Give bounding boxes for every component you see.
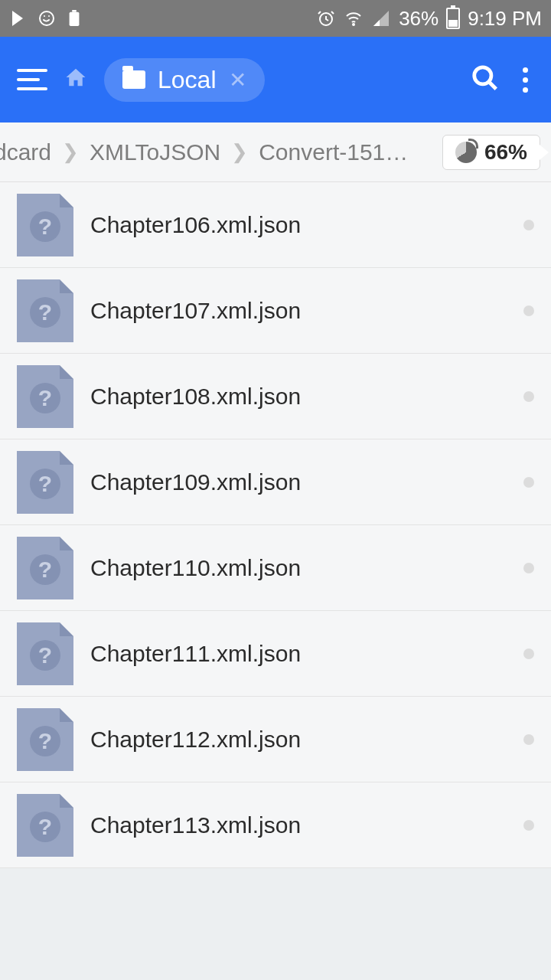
whatsapp-icon (37, 8, 57, 28)
file-name: Chapter108.xml.json (90, 384, 507, 410)
file-icon (17, 537, 73, 599)
menu-button[interactable] (17, 69, 47, 90)
folder-icon (122, 70, 145, 89)
file-icon (17, 622, 73, 685)
file-status-dot (523, 648, 534, 659)
status-left (9, 8, 84, 28)
file-name: Chapter110.xml.json (90, 555, 507, 581)
tab-close-button[interactable]: ✕ (229, 67, 246, 93)
file-status-dot (523, 477, 534, 488)
file-status-dot (523, 563, 534, 573)
svg-rect-1 (70, 12, 80, 26)
chevron-right-icon: ❯ (62, 140, 79, 164)
alarm-icon (316, 8, 336, 28)
file-name: Chapter107.xml.json (90, 298, 507, 324)
svg-rect-2 (72, 10, 77, 12)
file-row[interactable]: Chapter110.xml.json (0, 525, 551, 611)
file-row[interactable]: Chapter111.xml.json (0, 611, 551, 697)
svg-point-5 (474, 67, 491, 84)
breadcrumb-item[interactable]: dcard (0, 139, 51, 165)
file-list: Chapter106.xml.json Chapter107.xml.json … (0, 182, 551, 868)
chevron-right-icon: ❯ (231, 140, 248, 164)
file-icon (17, 365, 73, 428)
file-row[interactable]: Chapter106.xml.json (0, 182, 551, 268)
signal-icon (371, 8, 391, 28)
file-status-dot (523, 820, 534, 831)
clock-text: 9:19 PM (468, 7, 542, 31)
play-store-icon (9, 8, 29, 28)
file-status-dot (523, 220, 534, 230)
breadcrumb-item-current[interactable]: Convert-151… (259, 139, 408, 165)
file-name: Chapter111.xml.json (90, 641, 507, 667)
battery-recycle-icon (64, 8, 84, 28)
file-icon (17, 194, 73, 256)
overflow-menu-button[interactable] (517, 67, 534, 93)
svg-line-6 (489, 82, 497, 90)
wifi-icon (344, 8, 364, 28)
file-row[interactable]: Chapter107.xml.json (0, 268, 551, 354)
file-status-dot (523, 305, 534, 316)
file-status-dot (523, 391, 534, 402)
file-row[interactable]: Chapter108.xml.json (0, 354, 551, 439)
breadcrumb-bar: dcard ❯ XMLToJSON ❯ Convert-151… 66% (0, 122, 551, 182)
file-name: Chapter106.xml.json (90, 212, 507, 238)
battery-percent-text: 36% (399, 7, 439, 31)
file-name: Chapter109.xml.json (90, 469, 507, 495)
storage-badge[interactable]: 66% (442, 135, 540, 170)
file-icon (17, 708, 73, 771)
file-row[interactable]: Chapter113.xml.json (0, 782, 551, 868)
file-icon (17, 794, 73, 857)
tab-label: Local (158, 66, 217, 94)
tab-local[interactable]: Local ✕ (104, 58, 265, 102)
breadcrumb-item[interactable]: XMLToJSON (90, 139, 220, 165)
file-icon (17, 451, 73, 514)
file-status-dot (523, 734, 534, 745)
file-row[interactable]: Chapter112.xml.json (0, 697, 551, 782)
status-bar: 36% 9:19 PM (0, 0, 551, 37)
svg-point-4 (353, 24, 354, 25)
home-button[interactable] (64, 66, 87, 94)
file-row[interactable]: Chapter109.xml.json (0, 439, 551, 525)
status-right: 36% 9:19 PM (316, 7, 542, 31)
svg-point-0 (40, 11, 54, 25)
search-button[interactable] (471, 64, 500, 96)
file-name: Chapter112.xml.json (90, 727, 507, 753)
battery-icon (446, 8, 460, 29)
storage-percent-text: 66% (484, 140, 527, 165)
file-name: Chapter113.xml.json (90, 812, 507, 838)
pie-chart-icon (455, 142, 477, 163)
file-icon (17, 279, 73, 342)
app-bar: Local ✕ (0, 37, 551, 122)
